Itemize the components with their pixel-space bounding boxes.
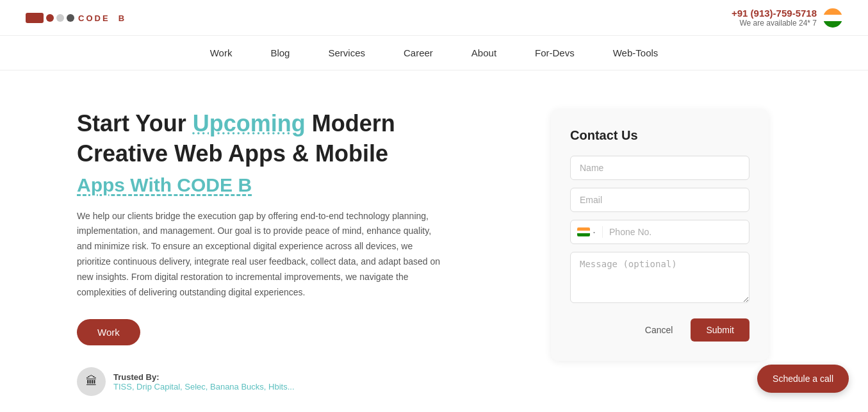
phone-number: +91 (913)-759-5718 [732,8,817,19]
india-flag-icon [823,8,842,28]
contact-title: Contact Us [570,128,749,143]
logo-dot-dark [67,14,74,22]
logo-rect [26,13,44,23]
form-actions: Cancel Submit [570,318,749,342]
phone-info: +91 (913)-759-5718 We are available 24* … [732,8,817,28]
hero-title: Start Your Upcoming Modern Creative Web … [77,109,525,169]
nav-career[interactable]: Career [404,47,433,58]
trusted-section: 🏛 Trusted By: TISS, Drip Capital, Selec,… [77,367,525,396]
submit-button[interactable]: Submit [691,318,749,342]
hero-title-end: Modern [306,110,395,136]
logo-text: CODE B [78,13,126,23]
hero-subtitle: Apps With CODE B [77,174,525,196]
nav-about[interactable]: About [471,47,496,58]
navigation: Work Blog Services Career About For-Devs… [0,36,868,70]
email-input[interactable] [570,188,749,212]
logo-b: B [119,13,126,23]
hero-title-start: Start Your [77,110,193,136]
header-right: +91 (913)-759-5718 We are available 24* … [732,8,842,28]
logo-icons [26,13,74,23]
contact-card: Contact Us · Cancel Submit [551,109,769,361]
message-textarea[interactable] [570,252,749,303]
logo[interactable]: CODE B [26,12,126,23]
availability-text: We are available 24* 7 [732,19,817,28]
trusted-label: Trusted By: [113,372,295,382]
hero-highlight: Upcoming [193,110,306,136]
logo-code: CODE [78,13,110,23]
trusted-names: TISS, Drip Capital, Selec, Banana Bucks,… [113,382,295,391]
nav-services[interactable]: Services [328,47,365,58]
phone-row: · [570,220,749,244]
hero-description: We help our clients bridge the execution… [77,209,448,301]
phone-dot-separator: · [593,226,596,238]
schedule-call-button[interactable]: Schedule a call [757,365,849,393]
nav-web-tools[interactable]: Web-Tools [613,47,659,58]
nav-blog[interactable]: Blog [270,47,290,58]
header: CODE B +91 (913)-759-5718 We are availab… [0,0,868,36]
nav-work[interactable]: Work [210,47,233,58]
logo-dot-red [46,14,54,22]
hero-section: Start Your Upcoming Modern Creative Web … [77,109,525,396]
hero-line2: Creative Web Apps & Mobile [77,140,388,167]
name-input[interactable] [570,156,749,180]
trusted-badge-icon: 🏛 [77,367,106,396]
phone-flag-icon [577,227,590,236]
phone-flag-wrap: · [571,226,603,238]
trusted-text: Trusted By: TISS, Drip Capital, Selec, B… [113,372,295,391]
cancel-button[interactable]: Cancel [635,318,684,342]
main-content: Start Your Upcoming Modern Creative Web … [0,70,868,412]
phone-input[interactable] [603,220,749,243]
logo-dot-gray [56,14,64,22]
nav-for-devs[interactable]: For-Devs [535,47,575,58]
work-button[interactable]: Work [77,319,140,345]
